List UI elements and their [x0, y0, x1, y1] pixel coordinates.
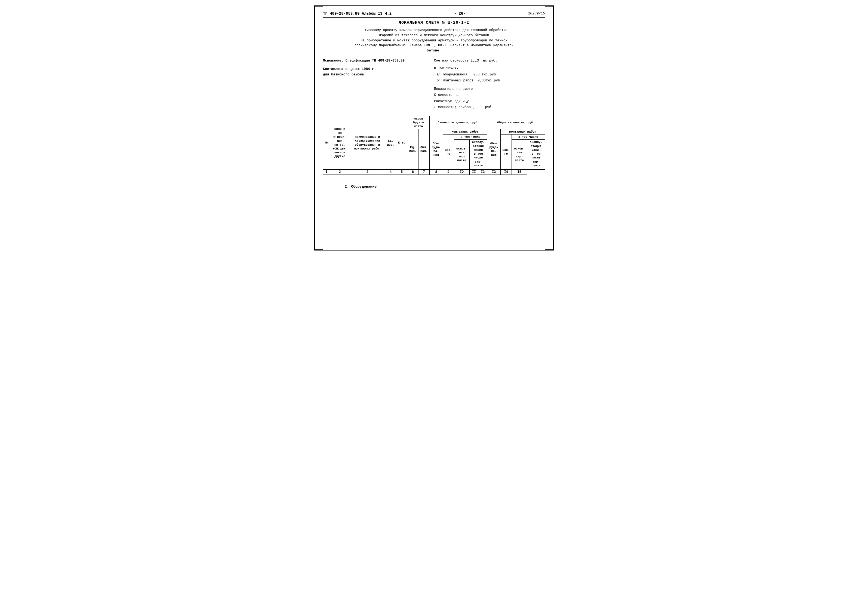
th-ed: Ед.изм.	[385, 116, 396, 169]
item-a-value: 0,8 тнс.руб.	[473, 73, 498, 76]
col-num-15: I5	[512, 169, 527, 175]
th-st-edinicy: Стоимость единицы, руб.	[429, 116, 487, 129]
item-b-value: 0,33тнс.руб.	[477, 79, 502, 82]
document-id: ТП 409-28-053.89 Альбом I3 Ч.2	[323, 11, 392, 16]
col-num-9: 9	[443, 169, 454, 175]
th-obsh-stoimost: Общая стоимость, руб.	[487, 116, 545, 129]
th-montazh-works-st: Монтажных работ	[443, 129, 487, 134]
th-osnov-zar-obsh: основ-наязар-плата	[512, 140, 527, 169]
doc-number-right: 10289/15	[528, 11, 545, 16]
th-naim: Наименование ихарактеристикаоборудования…	[350, 116, 385, 169]
th-obo-va-nia: Обо-рудо-ва-ния	[429, 129, 443, 169]
sostavlena: Составлена в ценах 1984 г. для базионого…	[323, 67, 423, 77]
table-header-row1: №№ Шифр ишш№ пози-циипр-та,УСН,цен-ника …	[323, 116, 545, 129]
col-num-1: I	[323, 169, 330, 175]
meta-left: Основание: Спецификация ТП 409-28-053.89…	[323, 58, 423, 110]
section-1-header: I. Оборудование	[345, 185, 545, 189]
col-num-5: 5	[396, 169, 407, 175]
top-bar: ТП 409-28-053.89 Альбом I3 Ч.2 - 26- 102…	[323, 11, 545, 18]
th-v-tom-chisle-st: в том числе	[454, 134, 487, 139]
col-num-14: I4	[501, 169, 512, 175]
rub-label: руб.	[485, 106, 493, 109]
col-num-6: 6	[407, 169, 418, 175]
th-explu-obsh: эксплу-атациямашинв томчислезар-плата	[527, 140, 545, 168]
th-massa-obsh: Обш.изм.	[418, 129, 429, 169]
raschetnuyu: Расчетную единицу	[434, 98, 545, 104]
document-title: ЛОКАЛЬНАЯ СМЕТА № Ш-20-I-I	[323, 20, 545, 25]
th-massa: Массабруттонетто	[407, 116, 429, 129]
th-shifr: Шифр ишш№ пози-циипр-та,УСН,цен-ника идр…	[330, 116, 350, 169]
pokazatel: Показатель по смете	[434, 86, 545, 92]
raschetnuyu-label: Расчетную единицу	[434, 100, 469, 103]
main-table: №№ Шифр ишш№ пози-циипр-та,УСН,цен-ника …	[323, 116, 545, 180]
empty-row-1	[323, 175, 545, 180]
item-a-label: а) оборудования	[437, 73, 468, 76]
col-num-12: I2	[478, 169, 487, 175]
osnov-label: Основание: Спецификация ТП 409-28-053.89	[323, 58, 423, 64]
item-b: б) монтажных работ 0,33тнс.руб.	[437, 78, 545, 84]
col-num-7: 7	[418, 169, 429, 175]
table-section: №№ Шифр ишш№ пози-циипр-та,УСН,цен-ника …	[323, 116, 545, 180]
meta-right: Сметная стоимость I,I3 тнс.руб. в том чи…	[434, 58, 545, 110]
th-massa-ed: Ед.изм.	[407, 129, 418, 169]
meta-section: Основание: Спецификация ТП 409-28-053.89…	[323, 58, 545, 110]
item-a: а) оборудования 0,8 тнс.руб.	[437, 72, 545, 78]
th-obo-va-nia2: Обо-рудо-ва-ния	[487, 129, 501, 169]
smetnaya-stoimost: Сметная стоимость I,I3 тнс.руб.	[434, 58, 545, 64]
sostavlena-line1: Составлена в ценах 1984 г.	[323, 67, 423, 72]
v-tom-chisle: в том числе:	[434, 65, 545, 71]
col-num-8: 8	[429, 169, 443, 175]
moshnost-rub: ( мощность; прибор ) руб.	[434, 104, 545, 110]
table-number-row: I 2 3 4 5 6 7 8 9 IO II I2 I3 I4 I5	[323, 169, 545, 175]
moshnost-label: ( мощность; прибор )	[434, 106, 475, 109]
th-osnov-zar-st: основ-наязар-плата	[454, 140, 470, 169]
th-z-tom-chisle-obsh: з том числе	[512, 134, 545, 139]
document-description: к типовому проекту камеры периодического…	[341, 28, 527, 53]
th-explu-obsh2	[536, 168, 545, 169]
stoimost-na: Стоимость на	[434, 92, 545, 98]
th-vse-go-obsh: Все-го	[501, 134, 512, 169]
col-num-13: I3	[487, 169, 501, 175]
th-explu-st: эксплу-атациямашинв томчислезар-плата	[470, 140, 487, 168]
col-num-3: 3	[350, 169, 385, 175]
col-num-2: 2	[330, 169, 350, 175]
col-num-4: 4	[385, 169, 396, 175]
th-vse-go-st: Все-го	[443, 134, 454, 169]
col-num-10: IO	[454, 169, 470, 175]
th-explu-obsh1	[527, 168, 536, 169]
th-num: №№	[323, 116, 330, 169]
item-b-label: б) монтажных работ	[437, 79, 473, 82]
th-montazh-works-obsh: Монтажных работ	[501, 129, 545, 134]
col-num-11: II	[470, 169, 478, 175]
th-kvo: К-во	[396, 116, 407, 169]
sostavlena-line2: для базионого района	[323, 72, 423, 77]
page-number: - 26-	[454, 11, 465, 16]
page-border: ТП 409-28-053.89 Альбом I3 Ч.2 - 26- 102…	[314, 5, 554, 250]
